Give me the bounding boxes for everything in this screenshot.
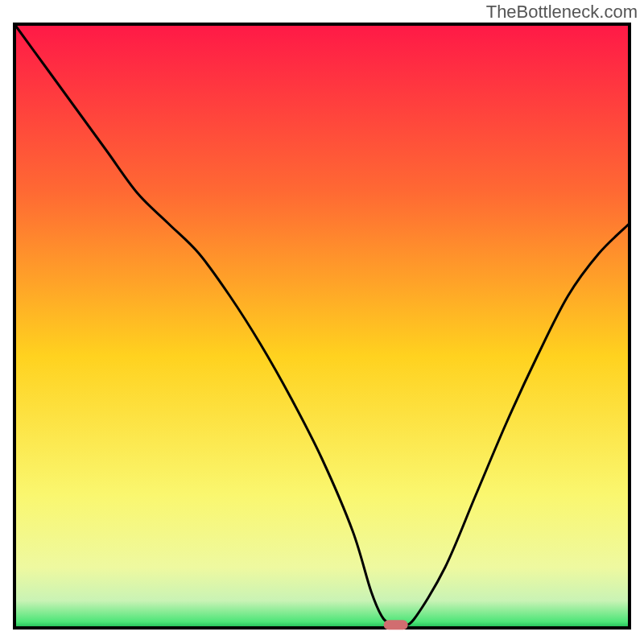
gradient-background (14, 24, 630, 628)
chart-container: TheBottleneck.com (0, 0, 644, 644)
optimum-marker (384, 620, 408, 630)
bottleneck-chart (0, 0, 644, 644)
watermark-text: TheBottleneck.com (486, 2, 638, 23)
